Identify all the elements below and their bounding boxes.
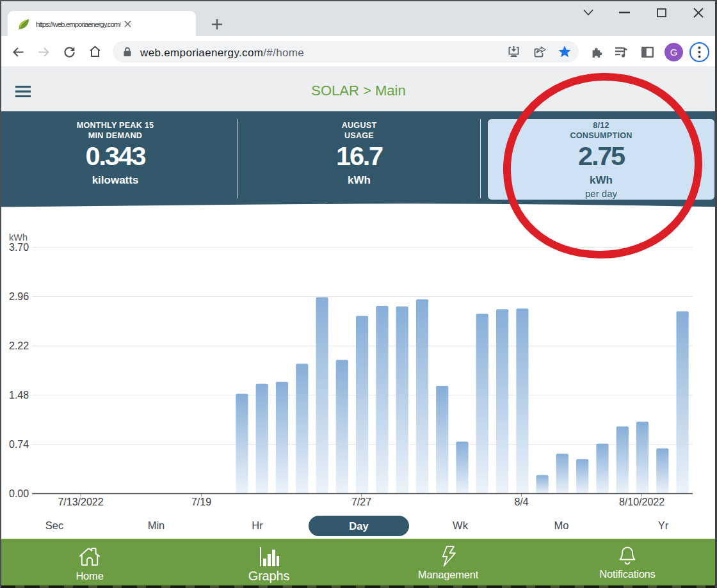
svg-text:kWh: kWh xyxy=(9,232,28,242)
svg-text:0.00: 0.00 xyxy=(9,488,29,499)
svg-text:7/19: 7/19 xyxy=(191,497,211,507)
svg-text:2.22: 2.22 xyxy=(9,340,29,351)
svg-text:8/10/2022: 8/10/2022 xyxy=(619,497,665,507)
svg-text:8/4: 8/4 xyxy=(514,497,528,507)
svg-text:3.70: 3.70 xyxy=(9,242,29,253)
svg-text:7/13/2022: 7/13/2022 xyxy=(58,497,103,507)
svg-text:7/27: 7/27 xyxy=(351,497,371,507)
svg-text:2.96: 2.96 xyxy=(9,291,29,302)
svg-text:1.48: 1.48 xyxy=(9,390,29,401)
svg-text:0.74: 0.74 xyxy=(9,439,29,450)
